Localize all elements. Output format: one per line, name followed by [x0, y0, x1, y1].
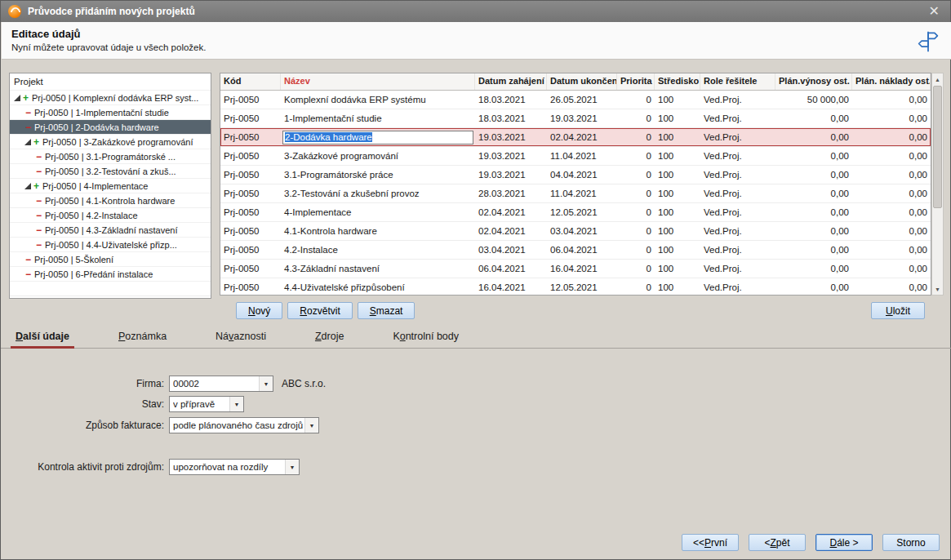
tree-item[interactable]: −Prj-0050 | 4.2-Instalace [10, 208, 211, 223]
grid-cell[interactable]: 0,00 [852, 278, 931, 296]
tree-item[interactable]: +Prj-0050 | 4-Implementace [10, 179, 211, 193]
grid-cell[interactable]: 19.03.2021 [475, 147, 547, 165]
grid-cell[interactable]: Prj-0050 [220, 184, 281, 202]
grid-cell[interactable]: Prj-0050 [220, 278, 281, 296]
grid-cell[interactable]: 50 000,00 [775, 91, 852, 109]
grid-cell[interactable]: 3.2-Testování a zkušební provoz [281, 184, 475, 202]
scroll-down-icon[interactable]: ▼ [932, 283, 943, 295]
scrollbar-thumb[interactable] [933, 86, 942, 208]
grid-cell[interactable]: 0,00 [852, 222, 931, 240]
grid-cell[interactable]: 04.04.2021 [547, 166, 617, 184]
grid-row[interactable]: Prj-00504.4-Uživatelské přizpůsobení16.0… [220, 278, 931, 296]
tab-navaznosti[interactable]: Návaznosti [211, 327, 271, 348]
grid-cell[interactable]: Ved.Proj. [700, 166, 775, 184]
grid-cell[interactable]: 100 [655, 128, 700, 146]
column-header[interactable]: Role řešitele [700, 73, 775, 90]
grid-row[interactable]: Prj-00504-Implementace02.04.202112.05.20… [220, 203, 931, 222]
grid-cell[interactable]: 100 [655, 147, 700, 165]
grid-cell[interactable]: 02.04.2021 [475, 203, 547, 221]
grid-cell[interactable]: 0 [617, 91, 655, 109]
column-header[interactable]: Priorita [617, 73, 655, 90]
column-header[interactable]: Středisko [655, 73, 700, 90]
grid-cell[interactable]: 0 [617, 109, 655, 127]
grid-cell[interactable]: 0,00 [852, 128, 931, 146]
next-button[interactable]: Dále > [815, 534, 873, 551]
tree-expander-icon[interactable] [24, 182, 32, 190]
grid-cell[interactable]: 4.2-Instalace [281, 241, 475, 259]
grid-scrollbar[interactable]: ▲ ▼ [931, 73, 944, 296]
grid-cell[interactable]: 0,00 [852, 260, 931, 278]
cancel-button[interactable]: Storno [882, 534, 940, 551]
grid-cell[interactable]: 0,00 [852, 184, 931, 202]
grid-cell[interactable]: 100 [655, 222, 700, 240]
grid-cell[interactable]: Ved.Proj. [700, 260, 775, 278]
grid-cell[interactable]: 0,00 [775, 260, 852, 278]
grid-cell[interactable]: Ved.Proj. [700, 203, 775, 221]
grid-cell[interactable]: 19.03.2021 [547, 109, 617, 127]
grid-cell[interactable]: 0,00 [775, 184, 852, 202]
column-header[interactable]: Plán. náklady ost. [852, 73, 931, 90]
grid-cell[interactable]: 0 [617, 260, 655, 278]
column-header[interactable]: Datum zahájení [475, 73, 547, 90]
grid-cell[interactable]: 100 [655, 184, 700, 202]
grid-cell[interactable]: 0 [617, 128, 655, 146]
tree-item[interactable]: −Prj-0050 | 4.4-Uživatelské přizp... [10, 238, 211, 252]
grid-row[interactable]: Prj-00504.3-Základní nastavení06.04.2021… [220, 260, 931, 278]
grid-cell[interactable]: 0,00 [852, 203, 931, 221]
grid-cell[interactable]: 3.1-Programátorské práce [281, 166, 475, 184]
tree-expander-icon[interactable] [24, 138, 32, 146]
grid-cell[interactable]: 100 [655, 109, 700, 127]
tree-expander-icon[interactable] [13, 94, 21, 102]
grid-cell[interactable]: Prj-0050 [220, 109, 281, 127]
grid-cell[interactable]: 18.03.2021 [475, 109, 547, 127]
grid-cell[interactable]: Ved.Proj. [700, 91, 775, 109]
grid-cell[interactable]: 0 [617, 278, 655, 296]
grid-cell[interactable]: 4.3-Základní nastavení [281, 260, 475, 278]
new-button[interactable]: Nový [236, 302, 282, 319]
column-header[interactable]: Kód [220, 73, 281, 90]
grid-cell[interactable]: Komplexní dodávka ERP systému [281, 91, 475, 109]
grid-cell[interactable]: 06.04.2021 [475, 260, 547, 278]
firma-dropdown-icon[interactable]: ▼ [259, 376, 273, 391]
grid-cell[interactable]: 28.03.2021 [475, 184, 547, 202]
tree-item[interactable]: −Prj-0050 | 6-Předání instalace [10, 267, 211, 282]
tab-kontrolni-body[interactable]: Kontrolní body [388, 327, 464, 348]
grid-cell[interactable]: Ved.Proj. [700, 278, 775, 296]
branch-button[interactable]: Rozvětvit [287, 302, 352, 319]
grid-cell[interactable]: 4-Implementace [281, 203, 475, 221]
grid-cell[interactable]: 11.04.2021 [547, 147, 617, 165]
grid-cell[interactable]: Prj-0050 [220, 203, 281, 221]
grid-cell[interactable]: Ved.Proj. [700, 184, 775, 202]
grid-row[interactable]: Prj-00503.2-Testování a zkušební provoz2… [220, 184, 931, 203]
column-header[interactable]: Plán.výnosy ost. [775, 73, 852, 90]
grid-cell[interactable]: 0 [617, 241, 655, 259]
grid-row[interactable]: Prj-00503-Zakázkové programování19.03.20… [220, 147, 931, 166]
grid-cell[interactable]: 0,00 [775, 166, 852, 184]
grid-cell[interactable]: 100 [655, 260, 700, 278]
grid-cell[interactable]: 0,00 [775, 278, 852, 296]
grid-cell[interactable]: 12.05.2021 [547, 278, 617, 296]
stav-combobox[interactable]: v přípravě ▼ [169, 396, 244, 412]
grid-cell[interactable]: Prj-0050 [220, 241, 281, 259]
delete-button[interactable]: Smazat [358, 302, 416, 319]
grid-cell[interactable]: 0,00 [775, 222, 852, 240]
stav-dropdown-icon[interactable]: ▼ [229, 397, 243, 411]
grid-cell[interactable]: 18.03.2021 [475, 91, 547, 109]
grid-cell[interactable]: 03.04.2021 [547, 222, 617, 240]
tab-dalsi-udaje[interactable]: Další údaje [11, 327, 74, 348]
first-button[interactable]: << První [682, 534, 739, 551]
grid-cell[interactable]: 02.04.2021 [475, 222, 547, 240]
grid-cell[interactable]: 4.4-Uživatelské přizpůsobení [281, 278, 475, 296]
grid-row[interactable]: Prj-00504.2-Instalace03.04.202106.04.202… [220, 241, 931, 260]
grid-cell[interactable]: Ved.Proj. [700, 222, 775, 240]
grid-cell[interactable]: 100 [655, 203, 700, 221]
fakturace-combobox[interactable]: podle plánovaného času zdrojů ▼ [169, 417, 319, 433]
tree-item[interactable]: −Prj-0050 | 1-Implementační studie [10, 105, 211, 120]
grid-cell[interactable]: 06.04.2021 [547, 241, 617, 259]
grid-cell[interactable]: 11.04.2021 [547, 184, 617, 202]
grid-cell[interactable]: 19.03.2021 [475, 128, 547, 146]
inline-cell-editor[interactable]: 2-Dodávka hardware [282, 131, 473, 144]
grid-cell[interactable]: 100 [655, 278, 700, 296]
grid-cell[interactable]: 0 [617, 147, 655, 165]
tree-item[interactable]: +Prj-0050 | Komplexní dodávka ERP syst..… [10, 91, 211, 105]
